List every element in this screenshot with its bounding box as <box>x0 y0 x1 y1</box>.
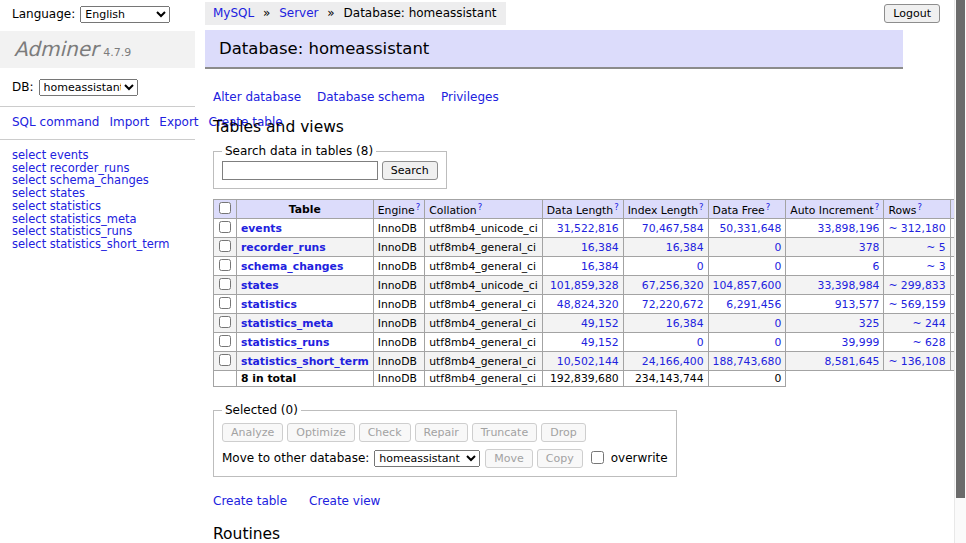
cell-table-name: statistics_runs <box>237 333 374 352</box>
row-checkbox[interactable] <box>219 221 231 233</box>
row-checkbox-cell <box>214 276 237 295</box>
tables-overview-table: TableEngine?Collation?Data Length?Index … <box>213 199 966 387</box>
row-checkbox-cell <box>214 314 237 333</box>
sidebar-item-select-statistics[interactable]: select statistics <box>12 200 183 213</box>
sidebar-item-select-events[interactable]: select events <box>12 149 183 162</box>
table-name-link[interactable]: statistics_meta <box>241 317 333 330</box>
cell-auto-increment: 378 <box>786 238 884 257</box>
column-label: Rows <box>888 204 916 217</box>
menu-link-database-schema[interactable]: Database schema <box>317 90 425 104</box>
table-name-link[interactable]: schema_changes <box>241 260 343 273</box>
footer-data-free: 0 <box>708 371 786 387</box>
row-checkbox[interactable] <box>219 316 231 328</box>
language-row: Language:English <box>0 0 195 28</box>
db-row: DB:homeassistant <box>0 68 195 106</box>
breadcrumb-separator: » <box>324 6 339 20</box>
cell-data-length: 31,522,816 <box>542 219 623 238</box>
column-header-table: Table <box>237 200 374 219</box>
move-button[interactable]: Move <box>485 449 533 468</box>
overwrite-checkbox[interactable] <box>591 451 604 464</box>
app-logo: Adminer4.7.9 <box>0 31 195 68</box>
column-header-collation: Collation? <box>425 200 542 219</box>
cell-data-free: 0 <box>708 257 786 276</box>
row-checkbox[interactable] <box>219 240 231 252</box>
row-checkbox[interactable] <box>219 278 231 290</box>
table-row: recorder_runsInnoDButf8mb4_general_ci16,… <box>214 238 966 257</box>
breadcrumb-separator: » <box>259 6 274 20</box>
language-select[interactable]: English <box>80 6 170 23</box>
cell-auto-increment: 39,999 <box>786 333 884 352</box>
section-routines-heading: Routines <box>213 525 957 543</box>
help-icon[interactable]: ? <box>875 202 880 212</box>
row-checkbox-cell <box>214 257 237 276</box>
cell-data-length: 16,384 <box>542 238 623 257</box>
cell-table-name: states <box>237 276 374 295</box>
sidebar-action-export[interactable]: Export <box>159 115 198 129</box>
drop-button[interactable]: Drop <box>541 423 585 442</box>
selected-legend: Selected (0) <box>222 403 301 417</box>
help-icon[interactable]: ? <box>699 202 704 212</box>
menu-link-privileges[interactable]: Privileges <box>441 90 499 104</box>
cell-collation: utf8mb4_general_ci <box>425 314 542 333</box>
cell-collation: utf8mb4_general_ci <box>425 257 542 276</box>
row-checkbox[interactable] <box>219 297 231 309</box>
menu-link-alter-database[interactable]: Alter database <box>213 90 301 104</box>
help-icon[interactable]: ? <box>614 202 619 212</box>
row-checkbox[interactable] <box>219 335 231 347</box>
help-icon[interactable]: ? <box>478 202 483 212</box>
breadcrumb: MySQL » Server » Database: homeassistant <box>205 2 506 25</box>
sidebar-action-import[interactable]: Import <box>109 115 149 129</box>
search-button[interactable]: Search <box>382 161 438 180</box>
row-checkbox[interactable] <box>219 354 231 366</box>
cell-engine: InnoDB <box>373 333 425 352</box>
cell-rows: ~ 244 <box>884 314 950 333</box>
db-select[interactable]: homeassistant <box>39 79 138 96</box>
sidebar-item-select-states[interactable]: select states <box>12 187 183 200</box>
sidebar-action-sql-command[interactable]: SQL command <box>12 115 99 129</box>
cell-engine: InnoDB <box>373 219 425 238</box>
table-name-link[interactable]: statistics_short_term <box>241 355 369 368</box>
column-header-auto-increment: Auto Increment? <box>786 200 884 219</box>
copy-button[interactable]: Copy <box>537 449 583 468</box>
breadcrumb-item[interactable]: Server <box>279 6 318 20</box>
sidebar-table-links: select eventsselect recorder_runsselect … <box>0 140 195 251</box>
table-name-link[interactable]: events <box>241 222 282 235</box>
move-row: Move to other database:homeassistantMove… <box>222 449 668 468</box>
row-checkbox[interactable] <box>219 259 231 271</box>
column-header-engine: Engine? <box>373 200 425 219</box>
vertical-scrollbar[interactable] <box>954 0 966 543</box>
row-checkbox-cell <box>214 295 237 314</box>
sidebar-item-select-statistics_short_term[interactable]: select statistics_short_term <box>12 238 183 251</box>
cell-auto-increment: 913,577 <box>786 295 884 314</box>
cell-table-name: statistics <box>237 295 374 314</box>
move-db-select[interactable]: homeassistant <box>374 450 480 467</box>
help-icon[interactable]: ? <box>766 202 771 212</box>
select-all-checkbox[interactable] <box>219 202 231 214</box>
search-fieldset: Search data in tables (8) Search <box>213 144 447 189</box>
app-name: Adminer <box>14 37 98 61</box>
breadcrumb-item[interactable]: MySQL <box>213 6 254 20</box>
sidebar-actions: SQL commandImportExportCreate table <box>0 107 195 139</box>
table-name-link[interactable]: states <box>241 279 279 292</box>
table-name-link[interactable]: recorder_runs <box>241 241 326 254</box>
check-button[interactable]: Check <box>359 423 411 442</box>
row-checkbox-cell <box>214 219 237 238</box>
cell-engine: InnoDB <box>373 257 425 276</box>
search-input[interactable] <box>222 161 378 180</box>
action-create-view[interactable]: Create view <box>309 494 380 508</box>
table-name-link[interactable]: statistics <box>241 298 297 311</box>
action-create-table[interactable]: Create table <box>213 494 287 508</box>
column-label: Collation <box>429 204 476 217</box>
table-name-link[interactable]: statistics_runs <box>241 336 329 349</box>
optimize-button[interactable]: Optimize <box>287 423 354 442</box>
cell-data-free: 0 <box>708 314 786 333</box>
scrollbar-thumb[interactable] <box>956 0 965 498</box>
help-icon[interactable]: ? <box>416 202 421 212</box>
truncate-button[interactable]: Truncate <box>472 423 537 442</box>
repair-button[interactable]: Repair <box>415 423 468 442</box>
app-version: 4.7.9 <box>103 46 131 59</box>
move-label: Move to other database: <box>222 451 369 465</box>
help-icon[interactable]: ? <box>917 202 922 212</box>
analyze-button[interactable]: Analyze <box>222 423 283 442</box>
column-header-data-free: Data Free? <box>708 200 786 219</box>
